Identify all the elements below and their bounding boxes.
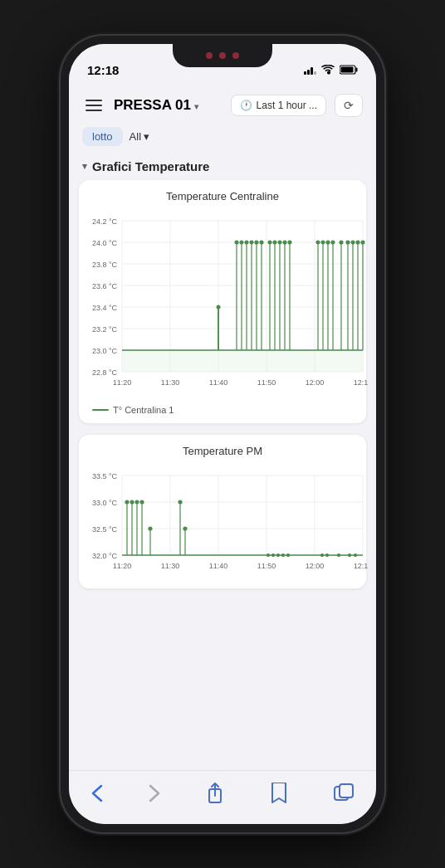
all-filter-button[interactable]: All ▾: [130, 130, 149, 143]
svg-point-106: [267, 554, 270, 557]
svg-text:24.0 °C: 24.0 °C: [92, 239, 118, 247]
svg-point-44: [268, 241, 271, 244]
svg-point-42: [260, 241, 263, 244]
hamburger-line-1: [86, 100, 102, 101]
svg-text:11:50: 11:50: [257, 378, 276, 387]
toolbar: PRESSA 01 ▾ 🕐 Last 1 hour ... ⟳: [69, 85, 376, 124]
content-area: PRESSA 01 ▾ 🕐 Last 1 hour ... ⟳ lotto: [69, 85, 376, 770]
svg-point-48: [278, 241, 281, 244]
bar3: [311, 67, 313, 75]
svg-text:11:50: 11:50: [257, 562, 276, 570]
svg-text:33.0 °C: 33.0 °C: [92, 499, 118, 507]
time-filter-label: Last 1 hour ...: [257, 100, 317, 111]
svg-text:23.8 °C: 23.8 °C: [92, 261, 118, 269]
svg-text:12:10: 12:10: [354, 378, 368, 387]
chart2-title: Temperature PM: [86, 445, 359, 457]
share-button[interactable]: [193, 779, 237, 807]
svg-point-68: [356, 241, 359, 244]
svg-text:23.2 °C: 23.2 °C: [92, 325, 118, 334]
svg-point-101: [149, 527, 152, 530]
chart1-title: Temperature Centraline: [86, 190, 359, 202]
svg-rect-1: [356, 68, 358, 72]
svg-point-112: [326, 554, 329, 557]
svg-point-54: [316, 241, 320, 244]
svg-text:11:20: 11:20: [113, 562, 132, 570]
section-title: Grafici Temperature: [92, 159, 209, 173]
bottom-nav: [69, 770, 376, 824]
chart1-legend-label: T° Centralina 1: [113, 405, 174, 415]
device-selector[interactable]: PRESSA 01 ▾: [114, 97, 198, 114]
svg-point-115: [355, 554, 357, 557]
signal-bars-icon: [304, 65, 316, 75]
svg-point-114: [349, 554, 351, 557]
svg-point-60: [331, 241, 335, 244]
wifi-icon: [321, 65, 335, 75]
svg-text:23.0 °C: 23.0 °C: [92, 347, 118, 355]
svg-point-36: [245, 241, 248, 244]
svg-text:11:30: 11:30: [161, 562, 180, 570]
status-time: 12:18: [87, 63, 119, 77]
chart1-container: 24.2 °C 24.0 °C 23.8 °C 23.6 °C 23.4 °C …: [86, 209, 359, 400]
svg-text:12:00: 12:00: [306, 378, 325, 387]
svg-point-62: [340, 241, 343, 244]
svg-point-46: [273, 241, 276, 244]
svg-point-34: [240, 241, 243, 244]
svg-text:24.2 °C: 24.2 °C: [92, 217, 118, 226]
all-filter-chevron-icon: ▾: [144, 130, 149, 143]
svg-point-110: [287, 554, 290, 557]
svg-point-40: [255, 241, 258, 244]
chart-card-pm: Temperature PM 33.5 °C 33.0 °C 32.5 °C 3…: [79, 435, 366, 588]
lotto-chip-label: lotto: [92, 130, 113, 143]
all-filter-label: All: [130, 130, 141, 143]
legend1-line: [92, 409, 109, 411]
chart-card-centraline: Temperature Centraline 24.2 °C 24.0 °C 2…: [79, 180, 366, 423]
svg-point-52: [288, 241, 291, 244]
svg-point-103: [178, 500, 182, 504]
bar1: [304, 71, 306, 75]
svg-text:12:10: 12:10: [354, 562, 368, 570]
bookmarks-button[interactable]: [257, 779, 301, 807]
back-button[interactable]: [78, 781, 116, 806]
svg-point-93: [125, 500, 129, 504]
status-bar: 12:18: [69, 44, 376, 85]
svg-text:12:00: 12:00: [306, 562, 325, 570]
battery-icon: [340, 65, 358, 75]
time-filter-button[interactable]: 🕐 Last 1 hour ...: [231, 95, 326, 116]
hamburger-button[interactable]: [82, 96, 105, 115]
tabs-button[interactable]: [320, 780, 367, 807]
svg-point-105: [183, 527, 187, 530]
svg-point-64: [346, 241, 350, 244]
svg-point-99: [140, 500, 144, 504]
svg-point-66: [351, 241, 355, 244]
svg-point-58: [326, 241, 330, 244]
refresh-button[interactable]: ⟳: [335, 94, 363, 117]
svg-point-107: [272, 554, 275, 557]
svg-point-108: [277, 554, 280, 557]
notch-dot-1: [206, 52, 213, 59]
svg-text:32.0 °C: 32.0 °C: [92, 552, 118, 560]
svg-text:11:20: 11:20: [113, 378, 132, 387]
svg-point-50: [283, 241, 286, 244]
section-chevron-icon: ▾: [82, 161, 87, 172]
lotto-filter-chip[interactable]: lotto: [82, 127, 123, 146]
bar4: [314, 71, 316, 75]
bar2: [307, 70, 310, 75]
hamburger-line-3: [86, 110, 102, 111]
filter-row: lotto All ▾: [69, 124, 376, 154]
forward-button[interactable]: [135, 781, 174, 806]
svg-point-95: [130, 500, 134, 504]
chart2-svg: 33.5 °C 33.0 °C 32.5 °C 32.0 °C: [86, 464, 368, 580]
svg-rect-124: [340, 784, 353, 797]
notch-dot-2: [219, 52, 226, 59]
chart1-legend: T° Centralina 1: [86, 400, 359, 415]
svg-point-32: [235, 241, 238, 244]
svg-point-109: [282, 554, 285, 557]
refresh-icon: ⟳: [344, 99, 354, 112]
svg-point-97: [135, 500, 139, 504]
svg-text:11:30: 11:30: [161, 378, 180, 387]
section-header-temperature[interactable]: ▾ Grafici Temperature: [69, 154, 376, 180]
svg-text:22.8 °C: 22.8 °C: [92, 368, 118, 377]
notch-dot-3: [232, 52, 239, 59]
svg-text:33.5 °C: 33.5 °C: [92, 472, 118, 480]
chart2-container: 33.5 °C 33.0 °C 32.5 °C 32.0 °C: [86, 464, 359, 580]
